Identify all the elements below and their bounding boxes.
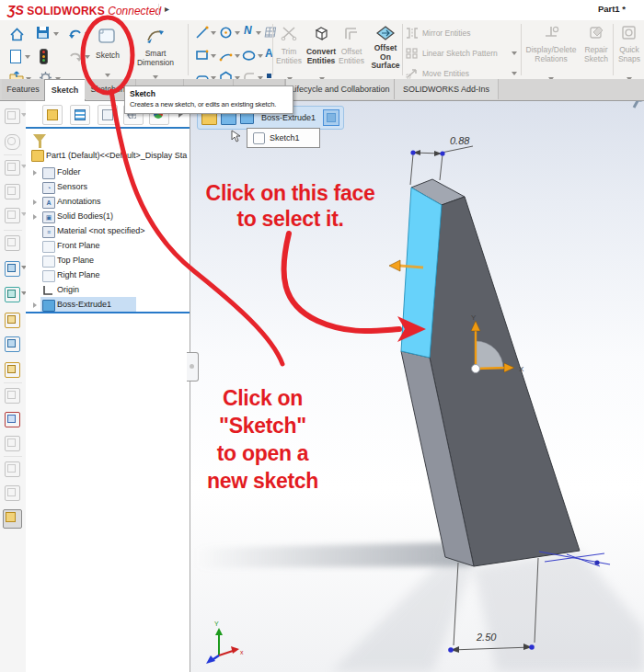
flip-icon[interactable] <box>5 287 20 302</box>
display-delete-relations-button[interactable]: Display/Delete Relations <box>524 24 578 81</box>
select-cursor-icon <box>230 130 242 144</box>
tab-sketch[interactable]: Sketch <box>44 79 86 101</box>
toolbar-expand-button[interactable]: ▸ <box>165 4 169 14</box>
propertymanager-tab[interactable] <box>70 105 90 125</box>
arc-dropdown[interactable] <box>235 54 240 58</box>
interference-icon[interactable] <box>5 412 20 427</box>
redo-button[interactable] <box>68 49 83 67</box>
mirror-entities-button[interactable]: Mirror Entities <box>406 26 521 42</box>
export-icon[interactable] <box>5 208 20 223</box>
ellipse-dropdown[interactable] <box>258 54 263 58</box>
task-pane-strip <box>0 101 27 672</box>
tree-item-front-plane[interactable]: Front Plane <box>26 239 190 254</box>
sketch-mini-icon <box>253 132 265 144</box>
command-toolbar: Sketch Smart Dimension N A Trim <box>0 20 644 80</box>
solidworks-logo: ƷS SOLIDWORKS Connected <box>7 3 161 17</box>
tree-item-top-plane[interactable]: Top Plane <box>26 254 190 268</box>
left-toolbar-icon[interactable] <box>5 485 20 501</box>
point-tool[interactable] <box>267 74 271 78</box>
left-toolbar-icon[interactable] <box>5 108 20 124</box>
new-dropdown[interactable] <box>25 55 30 59</box>
smart-dimension-button[interactable]: Smart Dimension <box>129 22 182 79</box>
wedge-pin-icon[interactable] <box>5 362 20 378</box>
spline-dropdown[interactable] <box>256 31 261 35</box>
offset-entities-button[interactable]: Offset Entities <box>337 24 366 79</box>
left-toolbar-icon[interactable] <box>5 184 20 199</box>
tooltip-title: Sketch <box>130 89 288 98</box>
tree-item-folder[interactable]: Folder <box>26 165 190 180</box>
rectangle-dropdown[interactable] <box>211 54 216 58</box>
annotation-face-note: Click on this face to select it. <box>196 180 385 232</box>
home-button[interactable] <box>9 27 25 46</box>
panel-splitter-handle[interactable] <box>187 352 199 382</box>
quick-snaps-button[interactable]: Quick Snaps <box>616 24 642 81</box>
title-bar: ƷS SOLIDWORKS Connected ▸ Part1 * <box>0 0 644 20</box>
document-title: Part1 * <box>598 4 626 14</box>
undo-button[interactable] <box>68 26 83 44</box>
titlebar-divider <box>158 4 159 17</box>
tree-item-boss-extrude1[interactable]: Boss-Extrude1 <box>26 298 190 313</box>
component-icon[interactable] <box>5 261 20 277</box>
arc-tool[interactable] <box>219 49 233 65</box>
panel-tab-underline <box>26 127 190 129</box>
featuremanager-tab[interactable] <box>42 105 63 125</box>
tab-solidworks-addins[interactable]: SOLIDWORKS Add-Ins <box>394 79 499 99</box>
tree-item-annotations[interactable]: A Annotations <box>26 195 190 210</box>
lifecycle-status-icon[interactable] <box>40 49 48 64</box>
move-dropdown[interactable] <box>512 72 517 75</box>
tooltip-body: Creates a new sketch, or edits an existi… <box>130 100 288 108</box>
offset-on-surface-button[interactable]: Offset On Surface <box>368 24 403 81</box>
commandmanager-tabs: Features Sketch Sketch Ink Markup Evalua… <box>0 79 644 101</box>
left-toolbar-icon[interactable] <box>5 388 20 404</box>
pattern-icon[interactable] <box>5 160 20 176</box>
convert-entities-button[interactable]: Convert Entities <box>305 24 337 79</box>
configurationmanager-tab[interactable] <box>98 105 118 125</box>
featuremanager-panel: Part1 (Default)<<Default>_Display Sta Fo… <box>26 101 190 672</box>
ds-logo-icon: ƷS <box>7 3 24 17</box>
sketch1-context-button[interactable]: Sketch1 <box>247 128 320 148</box>
pattern-dropdown[interactable] <box>512 51 517 55</box>
rectangle-tool[interactable] <box>195 49 209 65</box>
spline-tool[interactable]: N <box>244 24 252 37</box>
circle-dropdown[interactable] <box>235 31 240 35</box>
line-dropdown[interactable] <box>211 31 216 35</box>
breadcrumb-face-filter-button[interactable] <box>323 109 339 126</box>
trim-entities-button[interactable]: Trim Entities <box>276 24 302 79</box>
attachment-icon[interactable] <box>5 134 20 150</box>
gear-star-icon[interactable] <box>5 313 20 328</box>
tree-item-material[interactable]: ≡ Material <not specified> <box>26 224 190 239</box>
ellipse-tool[interactable] <box>241 49 257 65</box>
table-globe-icon[interactable] <box>5 336 20 352</box>
circle-tool[interactable] <box>219 26 233 43</box>
measure-tool-icon-selected[interactable] <box>3 509 22 529</box>
rollback-bar[interactable] <box>26 312 190 313</box>
tree-item-right-plane[interactable]: Right Plane <box>26 268 190 283</box>
filter-funnel-icon[interactable] <box>33 134 46 142</box>
line-tool[interactable] <box>195 26 209 43</box>
save-button[interactable] <box>37 27 49 39</box>
tab-features[interactable]: Features <box>2 79 45 99</box>
breadcrumb-item-label[interactable]: Boss-Extrude1 <box>261 113 316 122</box>
annotation-sketch-note: Click on "Sketch" to open a new sketch <box>201 384 325 495</box>
sketch-button[interactable]: Sketch <box>88 22 127 77</box>
tree-item-solid-bodies[interactable]: ▣ Solid Bodies(1) <box>26 210 190 224</box>
tree-root[interactable]: Part1 (Default)<<Default>_Display Sta <box>26 149 190 164</box>
steps-icon[interactable] <box>5 436 20 451</box>
tree-item-sensors[interactable]: ◔ Sensors <box>26 180 190 195</box>
tree-item-origin[interactable]: Origin <box>26 283 190 298</box>
save-dropdown[interactable] <box>53 32 59 36</box>
repair-sketch-button[interactable]: Repair Sketch <box>581 24 611 79</box>
boxes-icon[interactable] <box>5 461 20 477</box>
linear-sketch-pattern-button[interactable]: Linear Sketch Pattern <box>406 46 521 63</box>
gears-icon[interactable] <box>5 235 20 251</box>
sketch-tooltip: Sketch Creates a new sketch, or edits an… <box>124 85 293 114</box>
tab-lifecycle-collaboration[interactable]: Lifecycle and Collaboration <box>285 79 395 99</box>
new-document-button[interactable] <box>10 50 21 63</box>
